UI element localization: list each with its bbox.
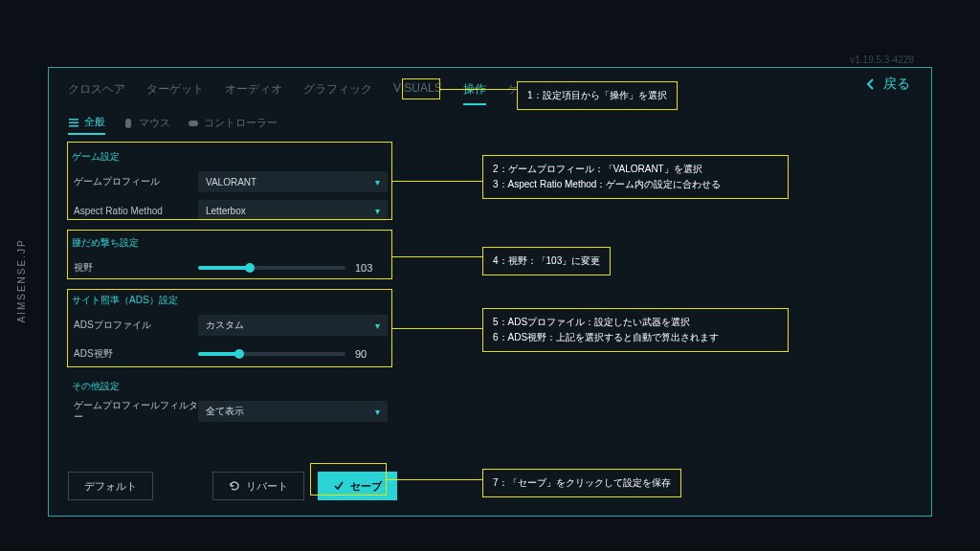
svg-rect-2 bbox=[69, 125, 78, 127]
default-button[interactable]: デフォルト bbox=[68, 472, 153, 500]
tab-graphics[interactable]: グラフィック bbox=[303, 81, 372, 105]
callout-4: 4：視野：「103」に変更 bbox=[482, 247, 611, 276]
default-button-label: デフォルト bbox=[84, 479, 137, 494]
version-label: v1.19.5.3-4228 bbox=[850, 55, 914, 65]
connector-5 bbox=[392, 328, 482, 329]
callout-5-line1: 5：ADSプロファイル：設定したい武器を選択 bbox=[493, 315, 778, 330]
row-game-profile: ゲームプロフィール VALORANT ▾ bbox=[68, 167, 393, 196]
label-ads-fov: ADS視野 bbox=[74, 347, 198, 361]
check-icon bbox=[333, 480, 345, 492]
svg-rect-0 bbox=[69, 119, 78, 121]
chevron-left-icon bbox=[866, 78, 876, 90]
tab-audio[interactable]: オーディオ bbox=[225, 81, 282, 105]
chevron-down-icon: ▾ bbox=[375, 320, 380, 331]
callout-2-line2: 3：Aspect Ratio Method：ゲーム内の設定に合わせる bbox=[493, 177, 778, 192]
dropdown-aspect-value: Letterbox bbox=[206, 206, 246, 216]
save-button-label: セーブ bbox=[350, 479, 382, 494]
main-tabs: クロスヘア ターゲット オーディオ グラフィック VISUALS 操作 ゲーム … bbox=[68, 81, 912, 105]
mouse-icon bbox=[122, 118, 134, 129]
label-filter: ゲームプロフィールフィルター bbox=[74, 400, 198, 423]
tab-target[interactable]: ターゲット bbox=[146, 81, 204, 105]
svg-rect-1 bbox=[69, 121, 78, 123]
subtab-general-label: 全般 bbox=[84, 115, 105, 129]
svg-rect-3 bbox=[125, 119, 131, 128]
save-button[interactable]: セーブ bbox=[318, 472, 397, 500]
back-button[interactable]: 戻る bbox=[866, 76, 910, 93]
gamepad-icon bbox=[188, 118, 199, 129]
subtab-controller[interactable]: コントローラー bbox=[188, 115, 278, 135]
subtab-general[interactable]: 全般 bbox=[68, 115, 105, 135]
tab-visuals[interactable]: VISUALS bbox=[393, 81, 442, 105]
callout-7: 7：「セーブ」をクリックして設定を保存 bbox=[482, 469, 681, 497]
svg-rect-4 bbox=[189, 121, 198, 126]
row-ads-profile: ADSプロファイル カスタム ▾ bbox=[68, 311, 393, 340]
revert-button-label: リバート bbox=[246, 479, 288, 494]
slider-fov[interactable] bbox=[198, 266, 345, 270]
group-header-ads: サイト照準（ADS）設定 bbox=[72, 294, 393, 307]
callout-1: 1：設定項目から「操作」を選択 bbox=[517, 81, 678, 110]
label-fov: 視野 bbox=[74, 261, 198, 275]
dropdown-filter[interactable]: 全て表示 ▾ bbox=[198, 401, 388, 422]
app-window: v1.19.5.3-4228 戻る クロスヘア ターゲット オーディオ グラフィ… bbox=[48, 67, 932, 517]
group-header-game: ゲーム設定 bbox=[72, 150, 393, 164]
connector-2 bbox=[392, 181, 482, 182]
chevron-down-icon: ▾ bbox=[375, 407, 380, 417]
row-fov: 視野 103 bbox=[68, 253, 393, 282]
subtab-mouse[interactable]: マウス bbox=[122, 115, 170, 135]
label-ads-profile: ADSプロファイル bbox=[74, 319, 198, 332]
callout-2: 2：ゲームプロフィール：「VALORANT」を選択 3：Aspect Ratio… bbox=[482, 155, 789, 199]
row-ads-fov: ADS視野 90 bbox=[68, 340, 393, 368]
tab-control[interactable]: 操作 bbox=[463, 81, 486, 105]
callout-5-line2: 6：ADS視野：上記を選択すると自動で算出されます bbox=[493, 330, 778, 345]
value-ads-fov: 90 bbox=[355, 348, 388, 360]
watermark: AIMSENSE.JP bbox=[16, 238, 27, 322]
value-fov: 103 bbox=[355, 262, 388, 274]
revert-button[interactable]: リバート bbox=[212, 472, 304, 500]
back-label: 戻る bbox=[883, 76, 910, 91]
sliders-icon bbox=[68, 117, 79, 128]
refresh-icon bbox=[229, 480, 240, 492]
label-game-profile: ゲームプロフィール bbox=[74, 175, 198, 188]
row-filter: ゲームプロフィールフィルター 全て表示 ▾ bbox=[68, 397, 393, 426]
dropdown-ads-profile-value: カスタム bbox=[206, 319, 244, 332]
sub-tabs: 全般 マウス コントローラー bbox=[68, 115, 912, 135]
settings-panel: ゲーム設定 ゲームプロフィール VALORANT ▾ Aspect Ratio … bbox=[68, 144, 393, 460]
dropdown-game-profile[interactable]: VALORANT ▾ bbox=[198, 171, 388, 192]
slider-ads-fov[interactable] bbox=[198, 352, 345, 356]
connector-1 bbox=[440, 89, 517, 90]
dropdown-game-profile-value: VALORANT bbox=[206, 177, 256, 187]
chevron-down-icon: ▾ bbox=[375, 177, 380, 187]
group-header-other: その他設定 bbox=[72, 380, 393, 393]
connector-4 bbox=[392, 256, 482, 257]
dropdown-ads-profile[interactable]: カスタム ▾ bbox=[198, 315, 388, 336]
dropdown-filter-value: 全て表示 bbox=[206, 405, 244, 418]
row-aspect: Aspect Ratio Method Letterbox ▾ bbox=[68, 196, 393, 225]
subtab-mouse-label: マウス bbox=[139, 116, 170, 130]
group-header-hipfire: 腰だめ撃ち設定 bbox=[72, 236, 393, 250]
label-aspect: Aspect Ratio Method bbox=[74, 206, 198, 216]
connector-7 bbox=[387, 479, 482, 480]
tab-crosshair[interactable]: クロスヘア bbox=[68, 81, 125, 105]
callout-5: 5：ADSプロファイル：設定したい武器を選択 6：ADS視野：上記を選択すると自… bbox=[482, 308, 789, 352]
callout-2-line1: 2：ゲームプロフィール：「VALORANT」を選択 bbox=[493, 162, 778, 177]
chevron-down-icon: ▾ bbox=[375, 206, 380, 216]
dropdown-aspect[interactable]: Letterbox ▾ bbox=[198, 200, 388, 221]
subtab-controller-label: コントローラー bbox=[204, 116, 278, 130]
